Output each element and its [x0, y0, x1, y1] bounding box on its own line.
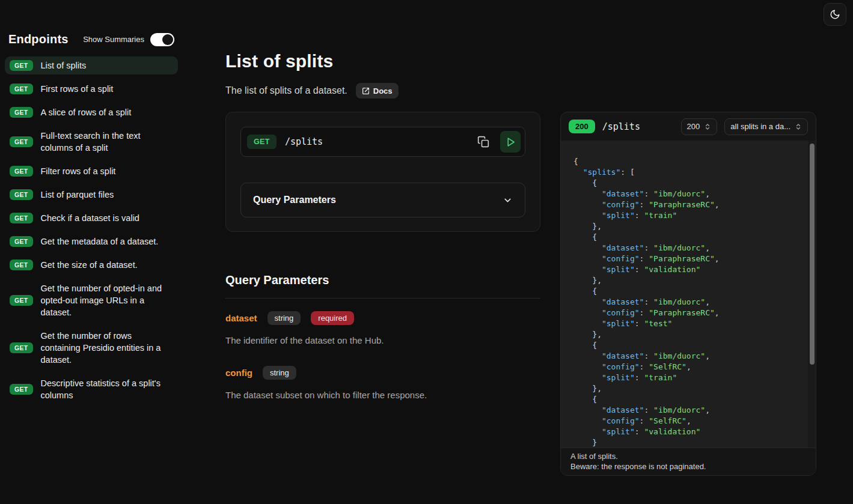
sidebar-item[interactable]: GETDescriptive statistics of a split's c… — [5, 374, 178, 404]
copy-button[interactable] — [475, 133, 492, 150]
chevrons-up-down-icon — [704, 123, 711, 130]
sidebar-item[interactable]: GETGet the size of a dataset. — [5, 256, 178, 274]
param-name: dataset — [225, 313, 257, 323]
sidebar-item-label: Check if a dataset is valid — [41, 212, 139, 224]
sidebar-item-label: Get the metadata of a dataset. — [41, 235, 159, 247]
response-json-code[interactable]: { "splits": [ { "dataset": "ibm/duorc", … — [561, 141, 816, 448]
sidebar-item[interactable]: GETCheck if a dataset is valid — [5, 209, 178, 227]
sidebar-item[interactable]: GETList of parquet files — [5, 186, 178, 204]
sidebar-item-label: Descriptive statistics of a split's colu… — [41, 377, 173, 401]
parameter: datasetstringrequiredThe identifier of t… — [225, 311, 540, 345]
endpoint-list: GETList of splitsGETFirst rows of a spli… — [5, 56, 178, 404]
play-icon — [506, 137, 516, 147]
footer-line: A list of splits. — [570, 452, 806, 462]
sidebar-item-label: First rows of a split — [41, 83, 114, 95]
param-description: The identifier of the dataset on the Hub… — [225, 335, 540, 345]
sidebar-title: Endpoints — [8, 32, 69, 46]
docs-button[interactable]: Docs — [356, 83, 399, 99]
theme-toggle-button[interactable] — [824, 3, 846, 26]
param-required-badge: required — [311, 311, 354, 325]
copy-icon — [477, 136, 489, 148]
sidebar-item-label: Filter rows of a split — [41, 165, 116, 177]
request-bar: GET /splits — [240, 127, 525, 157]
endpoints-sidebar: Endpoints Show Summaries GETList of spli… — [5, 32, 178, 404]
method-badge: GET — [10, 295, 33, 306]
method-badge: GET — [10, 136, 33, 147]
page-title: List of splits — [225, 51, 333, 71]
sidebar-item[interactable]: GETFull-text search in the text columns … — [5, 127, 178, 157]
response-footer: A list of splits. Beware: the response i… — [561, 448, 816, 475]
query-parameters-collapsible[interactable]: Query Parameters — [240, 183, 525, 217]
show-summaries-label: Show Summaries — [83, 35, 144, 44]
sidebar-item-label: Get the size of a dataset. — [41, 259, 138, 271]
method-badge: GET — [10, 342, 33, 353]
section-title: Query Parameters — [225, 273, 540, 287]
method-badge: GET — [10, 107, 33, 118]
request-path: /splits — [285, 136, 466, 147]
sidebar-item[interactable]: GETGet the metadata of a dataset. — [5, 232, 178, 250]
sidebar-item-label: List of splits — [41, 59, 87, 71]
response-header: 200 /splits 200 all splits in a da... — [561, 112, 816, 141]
param-type-badge: string — [268, 311, 301, 325]
sidebar-item[interactable]: GETFirst rows of a split — [5, 80, 178, 98]
status-code-select[interactable]: 200 — [681, 118, 718, 135]
method-badge: GET — [10, 60, 33, 71]
method-badge: GET — [10, 213, 33, 223]
chevron-down-icon — [503, 195, 513, 205]
method-badge: GET — [10, 166, 33, 177]
run-request-button[interactable] — [500, 131, 521, 153]
example-select[interactable]: all splits in a da... — [724, 118, 808, 135]
method-chip: GET — [247, 135, 277, 149]
sidebar-item-label: List of parquet files — [41, 189, 114, 201]
external-link-icon — [362, 87, 370, 95]
method-badge: GET — [10, 260, 33, 270]
param-name: config — [225, 368, 252, 378]
param-description: The dataset subset on which to filter th… — [225, 390, 540, 400]
parameter-list: datasetstringrequiredThe identifier of t… — [225, 311, 540, 400]
method-badge: GET — [10, 384, 33, 395]
response-panel: 200 /splits 200 all splits in a da... { … — [560, 112, 816, 476]
request-card: GET /splits Query Parameters — [225, 112, 540, 232]
param-type-badge: string — [263, 366, 296, 380]
sidebar-item[interactable]: GETA slice of rows of a split — [5, 103, 178, 121]
method-badge: GET — [10, 236, 33, 247]
sidebar-item[interactable]: GETGet the number of opted-in and opted-… — [5, 279, 178, 321]
moon-icon — [830, 9, 840, 20]
status-badge: 200 — [569, 120, 595, 133]
show-summaries-toggle[interactable] — [150, 33, 174, 46]
method-badge: GET — [10, 189, 33, 200]
chevrons-up-down-icon — [795, 123, 802, 130]
page-description: The list of splits of a dataset. — [225, 85, 347, 96]
divider — [225, 298, 540, 299]
scrollbar-thumb[interactable] — [810, 144, 815, 365]
query-parameters-section: Query Parameters datasetstringrequiredTh… — [225, 273, 540, 400]
method-badge: GET — [10, 83, 33, 94]
response-path: /splits — [602, 121, 674, 132]
toggle-knob — [162, 34, 173, 45]
sidebar-item[interactable]: GETFilter rows of a split — [5, 162, 178, 180]
parameter: configstringThe dataset subset on which … — [225, 366, 540, 400]
sidebar-item[interactable]: GETList of splits — [5, 56, 178, 74]
footer-line: Beware: the response is not paginated. — [570, 462, 806, 472]
sidebar-item-label: A slice of rows of a split — [41, 106, 132, 118]
sidebar-item-label: Get the number of rows containing Presid… — [41, 330, 173, 366]
sidebar-item-label: Get the number of opted-in and opted-out… — [41, 282, 173, 318]
sidebar-item-label: Full-text search in the text columns of … — [41, 130, 173, 154]
sidebar-item[interactable]: GETGet the number of rows containing Pre… — [5, 327, 178, 369]
